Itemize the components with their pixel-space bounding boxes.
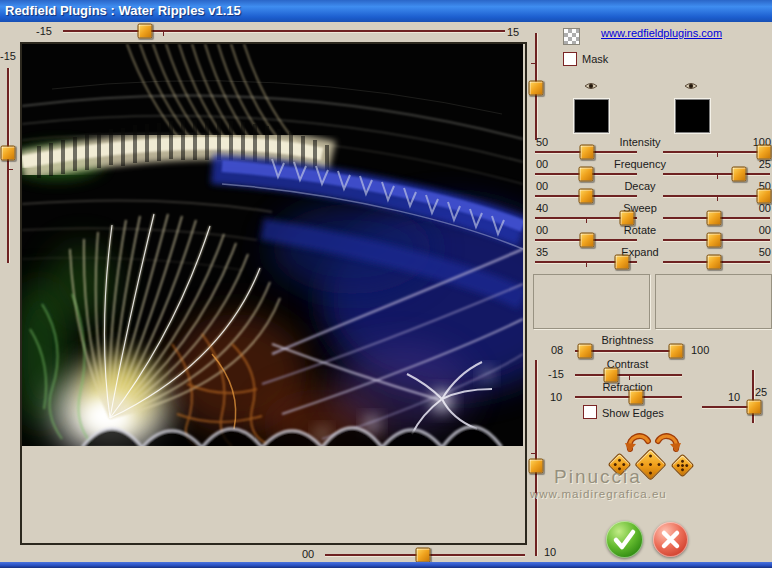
window-title: Redfield Plugins : Water Ripples v1.15 — [0, 0, 772, 22]
param-right-value: 00 — [741, 224, 771, 236]
left-slider-label: -15 — [0, 50, 16, 62]
refraction-handle[interactable] — [628, 390, 643, 405]
refraction-value: 10 — [550, 391, 562, 403]
intensity-right-slider[interactable] — [663, 151, 770, 154]
bottom-frame-slider[interactable] — [325, 554, 525, 557]
redfield-link[interactable]: www.redfieldplugins.com — [601, 27, 722, 39]
slider-tick — [163, 32, 164, 36]
brightness-max-value: 100 — [691, 344, 709, 356]
corner-h-value: 10 — [728, 391, 740, 403]
refraction-slider[interactable] — [575, 396, 682, 399]
info-box-right — [655, 274, 772, 329]
contrast-label: Contrast — [570, 358, 685, 370]
bottom-slider-max-label: 10 — [544, 546, 556, 558]
preview-art-svg — [22, 44, 523, 446]
sweep-right-slider[interactable] — [663, 217, 770, 220]
slider-handle[interactable] — [707, 255, 722, 270]
brightness-min-value: 08 — [551, 344, 563, 356]
expand-right-slider[interactable] — [663, 261, 770, 264]
intensity-left-slider[interactable] — [535, 151, 637, 154]
contrast-value: -15 — [548, 368, 564, 380]
close-icon — [653, 522, 688, 557]
right-upper-slider-handle[interactable] — [529, 80, 544, 95]
show-edges-checkbox[interactable] — [583, 405, 597, 419]
bottom-slider-handle[interactable] — [416, 548, 431, 563]
left-frame-slider[interactable] — [7, 68, 10, 263]
check-icon — [606, 521, 643, 558]
watermark-name: Pinuccia — [554, 466, 642, 488]
eye-icon[interactable] — [584, 81, 598, 91]
right-lower-frame-slider[interactable] — [535, 360, 538, 556]
slider-tick — [586, 219, 587, 223]
randomize-die-small[interactable] — [670, 453, 694, 477]
right-lower-slider-handle[interactable] — [529, 458, 544, 473]
mask-label: Mask — [582, 53, 608, 65]
preview-panel — [20, 42, 527, 545]
title-bar: Redfield Plugins : Water Ripples v1.15 — [0, 0, 772, 22]
corner-v-value: 25 — [755, 386, 767, 398]
param-left-value: 50 — [536, 136, 548, 148]
param-name: Sweep — [570, 202, 710, 214]
corner-vertical-slider[interactable] — [752, 370, 755, 423]
brightness-high-handle[interactable] — [668, 344, 683, 359]
mask-checkbox[interactable] — [563, 52, 577, 66]
slider-tick — [531, 453, 535, 454]
checker-pattern-button[interactable] — [563, 28, 580, 45]
brightness-slider[interactable] — [575, 350, 682, 353]
param-left-value: 00 — [536, 224, 548, 236]
top-slider-max-label: 15 — [507, 26, 519, 38]
corner-handle[interactable] — [747, 400, 762, 415]
corner-horizontal-slider[interactable] — [702, 406, 754, 409]
param-left-value: 00 — [536, 158, 548, 170]
top-slider-handle[interactable] — [137, 24, 152, 39]
slider-tick — [586, 263, 587, 267]
preview-image[interactable] — [22, 44, 523, 446]
param-right-value: 00 — [741, 202, 771, 214]
param-left-value: 00 — [536, 180, 548, 192]
param-name: Expand — [570, 246, 710, 258]
slider-tick — [717, 197, 718, 201]
window-bottom-border — [0, 562, 772, 568]
slider-tick — [531, 63, 535, 64]
param-right-value: 50 — [741, 246, 771, 258]
top-frame-slider[interactable] — [63, 30, 505, 33]
expand-left-slider[interactable] — [535, 261, 637, 264]
left-slider-handle[interactable] — [1, 146, 16, 161]
show-edges-label: Show Edges — [602, 407, 664, 419]
eye-icon[interactable] — [684, 81, 698, 91]
plugin-window: Redfield Plugins : Water Ripples v1.15 -… — [0, 0, 772, 568]
param-left-value: 35 — [536, 246, 548, 258]
ripple-pattern-thumbnail[interactable] — [675, 99, 710, 133]
decay-left-slider[interactable] — [535, 195, 637, 198]
param-left-value: 40 — [536, 202, 548, 214]
watermark-site: www.maidiregrafica.eu — [530, 488, 667, 500]
top-slider-min-label: -15 — [36, 25, 52, 37]
contrast-slider[interactable] — [575, 374, 682, 377]
slider-tick — [629, 376, 630, 380]
frequency-left-slider[interactable] — [535, 173, 637, 176]
ok-button[interactable] — [606, 521, 643, 558]
bottom-slider-min-label: 00 — [302, 548, 314, 560]
cancel-button[interactable] — [653, 522, 688, 557]
info-box-left — [533, 274, 650, 329]
swap-arrows-icon[interactable] — [624, 428, 682, 452]
decay-right-slider[interactable] — [663, 195, 770, 198]
sweep-left-slider[interactable] — [535, 217, 637, 220]
ripple-pattern-thumbnail[interactable] — [574, 99, 609, 133]
right-upper-frame-slider[interactable] — [535, 33, 538, 140]
rotate-left-slider[interactable] — [535, 239, 637, 242]
brightness-low-handle[interactable] — [577, 344, 592, 359]
slider-tick — [717, 175, 718, 179]
slider-tick — [717, 153, 718, 157]
slider-handle[interactable] — [614, 255, 629, 270]
frequency-right-slider[interactable] — [663, 173, 770, 176]
slider-tick — [9, 169, 13, 170]
rotate-right-slider[interactable] — [663, 239, 770, 242]
